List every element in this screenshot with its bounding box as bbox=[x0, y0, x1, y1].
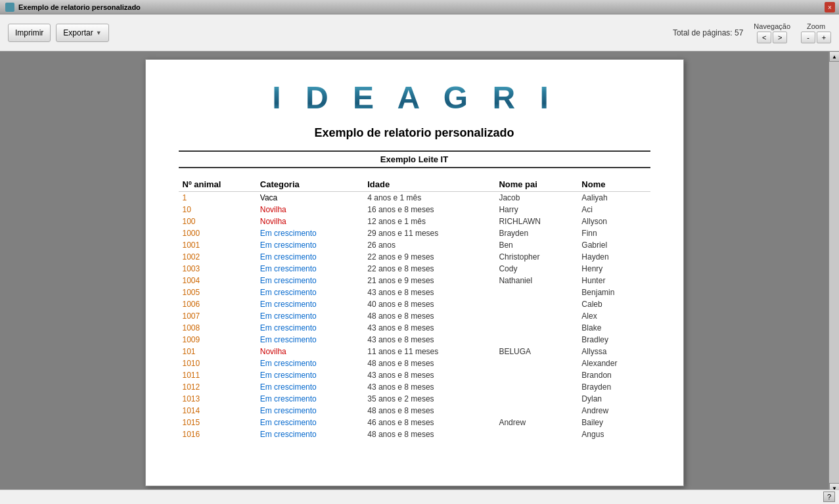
cell-categoria: Novilha bbox=[256, 346, 363, 357]
nav-next-button[interactable]: > bbox=[773, 32, 787, 43]
app-icon bbox=[5, 3, 14, 12]
main-area: I D E A G R I Exemplo de relatorio perso… bbox=[0, 51, 839, 504]
cell-nome-pai: RICHLAWN bbox=[495, 216, 578, 227]
table-row: 1002Em crescimento22 anos e 9 mesesChris… bbox=[179, 251, 650, 263]
cell-nome-pai: Cody bbox=[495, 263, 578, 275]
table-row: 1005Em crescimento43 anos e 8 mesesBenja… bbox=[179, 286, 650, 298]
cell-idade: 48 anos e 8 meses bbox=[363, 428, 495, 440]
cell-nome-pai: Brayden bbox=[495, 227, 578, 239]
cell-num-animal: 1000 bbox=[179, 227, 256, 239]
cell-nome: Andrew bbox=[578, 405, 650, 417]
cell-nome-pai: Nathaniel bbox=[495, 275, 578, 286]
table-body: 1Vaca4 anos e 1 mêsJacobAaliyah10Novilha… bbox=[179, 192, 650, 441]
cell-categoria: Em crescimento bbox=[256, 417, 363, 428]
cell-nome: Bradley bbox=[578, 334, 650, 346]
cell-num-animal: 101 bbox=[179, 346, 256, 357]
zoom-label: Zoom bbox=[807, 22, 825, 30]
cell-nome-pai bbox=[495, 286, 578, 298]
cell-nome: Henry bbox=[578, 263, 650, 275]
cell-idade: 43 anos e 8 meses bbox=[363, 334, 495, 346]
col-header-nome-pai: Nome pai bbox=[495, 177, 578, 192]
cell-nome: Gabriel bbox=[578, 239, 650, 251]
cell-nome: Alex bbox=[578, 310, 650, 322]
cell-idade: 16 anos e 8 meses bbox=[363, 204, 495, 216]
cell-num-animal: 1011 bbox=[179, 369, 256, 381]
cell-num-animal: 1015 bbox=[179, 417, 256, 428]
cell-nome: Caleb bbox=[578, 298, 650, 310]
cell-categoria: Em crescimento bbox=[256, 275, 363, 286]
table-row: 1004Em crescimento21 anos e 9 mesesNatha… bbox=[179, 275, 650, 286]
cell-categoria: Em crescimento bbox=[256, 369, 363, 381]
cell-nome: Alexander bbox=[578, 357, 650, 369]
col-header-idade: Idade bbox=[363, 177, 495, 192]
cell-categoria: Em crescimento bbox=[256, 381, 363, 393]
cell-num-animal: 1001 bbox=[179, 239, 256, 251]
cell-nome-pai: Jacob bbox=[495, 192, 578, 204]
cell-nome: Dylan bbox=[578, 393, 650, 405]
cell-num-animal: 1005 bbox=[179, 286, 256, 298]
cell-num-animal: 1 bbox=[179, 192, 256, 204]
export-button[interactable]: Exportar ▼ bbox=[56, 24, 108, 42]
close-button[interactable]: × bbox=[825, 2, 835, 12]
cell-num-animal: 1014 bbox=[179, 405, 256, 417]
nav-prev-button[interactable]: < bbox=[757, 32, 771, 43]
report-title: Exemplo de relatorio personalizado bbox=[179, 126, 650, 140]
report-table: Nº animal Categoria Idade Nome pai Nome … bbox=[179, 177, 650, 440]
cell-idade: 40 anos e 8 meses bbox=[363, 298, 495, 310]
table-row: 1009Em crescimento43 anos e 8 mesesBradl… bbox=[179, 334, 650, 346]
toolbar-right: Total de páginas: 57 Navegação < > Zoom … bbox=[673, 22, 831, 43]
help-button[interactable]: ? bbox=[823, 492, 835, 502]
col-header-categoria: Categoria bbox=[256, 177, 363, 192]
table-row: 1014Em crescimento48 anos e 8 mesesAndre… bbox=[179, 405, 650, 417]
cell-nome: Angus bbox=[578, 428, 650, 440]
status-bar: ? bbox=[0, 490, 839, 504]
cell-num-animal: 1003 bbox=[179, 263, 256, 275]
cell-nome: Finn bbox=[578, 227, 650, 239]
cell-nome-pai: Ben bbox=[495, 239, 578, 251]
cell-categoria: Em crescimento bbox=[256, 357, 363, 369]
cell-nome-pai: BELUGA bbox=[495, 346, 578, 357]
cell-categoria: Em crescimento bbox=[256, 263, 363, 275]
export-dropdown-arrow: ▼ bbox=[96, 30, 102, 36]
cell-nome-pai bbox=[495, 334, 578, 346]
report-logo: I D E A G R I bbox=[179, 80, 650, 116]
cell-categoria: Novilha bbox=[256, 216, 363, 227]
table-row: 1016Em crescimento48 anos e 8 mesesAngus bbox=[179, 428, 650, 440]
cell-categoria: Em crescimento bbox=[256, 298, 363, 310]
zoom-minus-button[interactable]: - bbox=[801, 32, 815, 43]
scroll-up-button[interactable]: ▲ bbox=[829, 51, 839, 62]
scroll-track[interactable] bbox=[829, 62, 839, 483]
zoom-plus-button[interactable]: + bbox=[817, 32, 831, 43]
cell-idade: 29 anos e 11 meses bbox=[363, 227, 495, 239]
cell-num-animal: 1004 bbox=[179, 275, 256, 286]
table-row: 1006Em crescimento40 anos e 8 mesesCaleb bbox=[179, 298, 650, 310]
cell-idade: 4 anos e 1 mês bbox=[363, 192, 495, 204]
cell-idade: 48 anos e 8 meses bbox=[363, 310, 495, 322]
cell-num-animal: 10 bbox=[179, 204, 256, 216]
cell-nome-pai bbox=[495, 405, 578, 417]
table-row: 100Novilha12 anos e 1 mêsRICHLAWNAllyson bbox=[179, 216, 650, 227]
scrollbar-vertical[interactable]: ▲ ▼ bbox=[828, 51, 839, 493]
table-row: 1Vaca4 anos e 1 mêsJacobAaliyah bbox=[179, 192, 650, 204]
cell-nome: Hunter bbox=[578, 275, 650, 286]
cell-nome-pai: Andrew bbox=[495, 417, 578, 428]
cell-num-animal: 1002 bbox=[179, 251, 256, 263]
title-bar-text: Exemplo de relatorio personalizado bbox=[18, 3, 141, 11]
cell-idade: 48 anos e 8 meses bbox=[363, 357, 495, 369]
table-header-row: Nº animal Categoria Idade Nome pai Nome bbox=[179, 177, 650, 192]
cell-nome-pai bbox=[495, 393, 578, 405]
cell-num-animal: 1012 bbox=[179, 381, 256, 393]
print-button[interactable]: Imprimir bbox=[8, 24, 51, 42]
cell-nome: Benjamin bbox=[578, 286, 650, 298]
export-label: Exportar bbox=[63, 28, 93, 37]
cell-num-animal: 1009 bbox=[179, 334, 256, 346]
report-page: I D E A G R I Exemplo de relatorio perso… bbox=[145, 59, 684, 486]
cell-nome: Brayden bbox=[578, 381, 650, 393]
table-row: 1000Em crescimento29 anos e 11 mesesBray… bbox=[179, 227, 650, 239]
cell-idade: 22 anos e 9 meses bbox=[363, 251, 495, 263]
cell-categoria: Em crescimento bbox=[256, 322, 363, 334]
cell-nome-pai bbox=[495, 322, 578, 334]
total-pages-label: Total de páginas: 57 bbox=[673, 28, 743, 37]
cell-num-animal: 1008 bbox=[179, 322, 256, 334]
cell-categoria: Em crescimento bbox=[256, 428, 363, 440]
